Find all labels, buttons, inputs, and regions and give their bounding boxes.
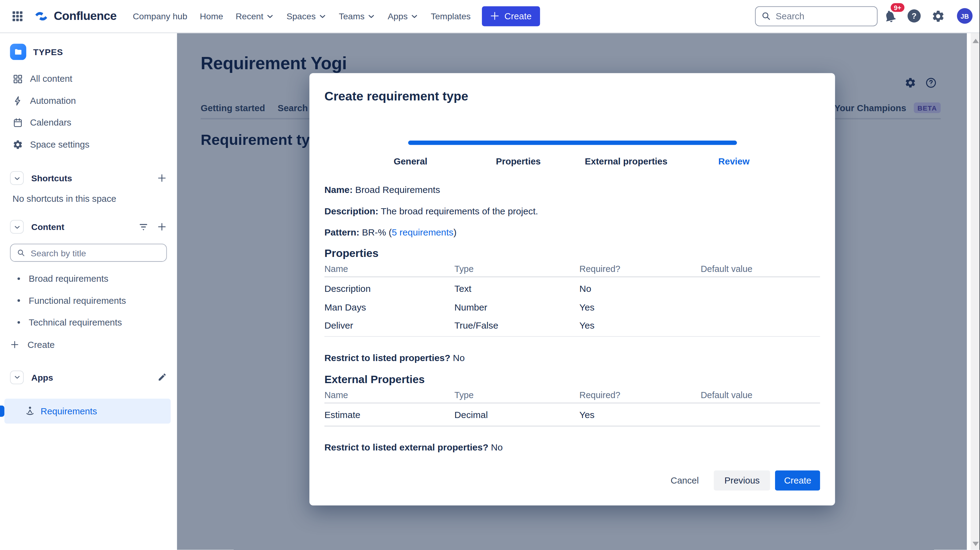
dialog-buttons: Cancel Previous Create	[325, 470, 820, 490]
table-divider	[325, 276, 820, 277]
pencil-icon[interactable]	[158, 372, 167, 382]
requirements-count-link[interactable]: 5 requirements	[392, 227, 453, 238]
step-properties[interactable]: Properties	[465, 156, 572, 166]
nav-home[interactable]: Home	[200, 11, 223, 21]
step-review[interactable]: Review	[680, 156, 788, 166]
global-search-input[interactable]: Search	[755, 6, 878, 26]
shortcuts-empty-note: No shortcuts in this space	[0, 192, 177, 205]
nav-recent[interactable]: Recent	[235, 11, 274, 21]
sidebar-item-calendars[interactable]: Calendars	[0, 111, 177, 133]
sidebar-item-all-content[interactable]: All content	[0, 68, 177, 89]
chevron-down-icon	[368, 12, 375, 20]
sidebar-create-button[interactable]: Create	[0, 334, 177, 356]
properties-table-header: NameTypeRequired?Default value	[325, 263, 820, 274]
collapse-shortcuts-button[interactable]	[10, 171, 24, 185]
table-row: EstimateDecimalYes	[325, 406, 820, 424]
question-mark-icon: ?	[908, 10, 921, 23]
table-divider	[325, 425, 820, 426]
table-divider	[325, 336, 820, 337]
nav-teams[interactable]: Teams	[339, 11, 375, 21]
cancel-button[interactable]: Cancel	[660, 470, 709, 490]
user-avatar[interactable]: JB	[957, 8, 973, 24]
bullet-icon	[18, 277, 20, 280]
global-create-button[interactable]: Create	[482, 6, 540, 26]
top-nav-menu: Company hub Home Recent Spaces Teams App…	[133, 11, 471, 21]
add-shortcut-icon[interactable]	[157, 173, 167, 183]
sidebar-item-automation[interactable]: Automation	[0, 90, 177, 111]
collapse-content-button[interactable]	[10, 220, 24, 234]
top-navigation-bar: Confluence Company hub Home Recent Space…	[0, 0, 980, 33]
scroll-down-arrow-icon[interactable]	[973, 542, 979, 546]
table-row: DeliverTrue/FalseYes	[325, 316, 820, 335]
page-item-technical-requirements[interactable]: Technical requirements	[0, 312, 177, 333]
calendar-icon	[13, 117, 23, 128]
confluence-logo[interactable]: Confluence	[33, 8, 116, 24]
space-header[interactable]: TYPES	[0, 33, 177, 60]
help-button[interactable]: ?	[908, 10, 921, 23]
apps-section-header: Apps	[0, 367, 177, 388]
filter-icon[interactable]	[138, 221, 149, 232]
topbar-right-group: Search 9+ ? JB	[755, 6, 973, 26]
confluence-app: Confluence Company hub Home Recent Space…	[0, 0, 980, 550]
nav-spaces[interactable]: Spaces	[286, 11, 326, 21]
restrict-external-properties-row: Restrict to listed external properties? …	[325, 441, 820, 453]
yogi-icon	[24, 405, 36, 416]
page-scrollbar[interactable]	[967, 33, 980, 550]
notifications-button[interactable]: 9+	[883, 9, 897, 23]
lightning-icon	[13, 95, 23, 106]
create-button[interactable]: Create	[775, 470, 820, 490]
collapse-apps-button[interactable]	[10, 370, 24, 384]
scroll-up-arrow-icon[interactable]	[973, 38, 979, 43]
step-external-properties[interactable]: External properties	[572, 156, 680, 166]
grid-icon	[13, 73, 23, 84]
chevron-down-icon	[319, 12, 326, 20]
nav-company-hub[interactable]: Company hub	[133, 11, 187, 21]
content-title: Content	[31, 222, 138, 232]
create-requirement-type-dialog: Create requirement type General Properti…	[309, 73, 835, 505]
progress-bar	[408, 141, 737, 145]
sidebar-item-space-settings[interactable]: Space settings	[0, 134, 177, 155]
settings-button[interactable]	[931, 9, 945, 23]
table-row: DescriptionTextNo	[325, 280, 820, 298]
shortcuts-section-header: Shortcuts	[0, 167, 177, 189]
scrollbar-track[interactable]	[971, 33, 979, 550]
restrict-properties-row: Restrict to listed properties? No	[325, 353, 820, 364]
page-item-functional-requirements[interactable]: Functional requirements	[0, 290, 177, 312]
previous-button[interactable]: Previous	[714, 470, 770, 490]
external-properties-table-body: EstimateDecimalYes	[325, 406, 820, 424]
page-item-broad-requirements[interactable]: Broad requirements	[0, 268, 177, 289]
table-divider	[325, 402, 820, 403]
shortcuts-title: Shortcuts	[31, 173, 157, 183]
plus-icon	[10, 340, 20, 350]
external-properties-table-header: NameTypeRequired?Default value	[325, 389, 820, 401]
confluence-logo-icon	[33, 8, 49, 24]
requirements-label: Requirements	[41, 406, 97, 416]
wizard-progress: General Properties External properties R…	[356, 141, 788, 166]
bullet-icon	[18, 299, 20, 302]
nav-templates[interactable]: Templates	[431, 11, 471, 21]
space-nav: All content Automation Calendars Space s…	[0, 68, 177, 155]
chevron-down-icon	[13, 374, 20, 380]
space-name: TYPES	[33, 46, 63, 57]
space-avatar	[10, 43, 26, 60]
gear-icon	[13, 139, 23, 150]
folder-icon	[14, 47, 23, 56]
plus-icon	[490, 11, 500, 21]
apps-title: Apps	[31, 372, 158, 382]
sidebar-search-input[interactable]: Search by title	[10, 244, 167, 262]
space-sidebar: TYPES All content Automation Calendars S…	[0, 33, 177, 550]
gear-icon	[931, 9, 945, 23]
chevron-down-icon	[13, 223, 20, 230]
bullet-icon	[18, 321, 20, 324]
add-content-icon[interactable]	[157, 222, 167, 232]
nav-apps[interactable]: Apps	[388, 11, 418, 21]
chevron-down-icon	[13, 175, 20, 181]
review-description-row: Description: The broad requirements of t…	[325, 205, 820, 217]
app-switcher-icon[interactable]	[11, 10, 24, 22]
notifications-count-badge: 9+	[889, 2, 905, 13]
step-general[interactable]: General	[356, 156, 465, 166]
sidebar-item-requirements[interactable]: Requirements	[4, 398, 171, 423]
review-pattern-row: Pattern: BR-% (5 requirements)	[325, 227, 820, 238]
table-row: Man DaysNumberYes	[325, 298, 820, 316]
properties-heading: Properties	[325, 246, 820, 260]
